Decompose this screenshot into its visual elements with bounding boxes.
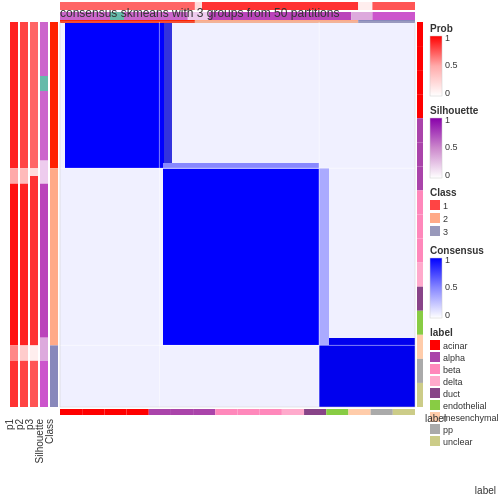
bottom-label: label [475,485,496,496]
chart-title: consensus skmeans with 3 groups from 50 … [60,6,339,20]
main-container: consensus skmeans with 3 groups from 50 … [0,0,504,504]
